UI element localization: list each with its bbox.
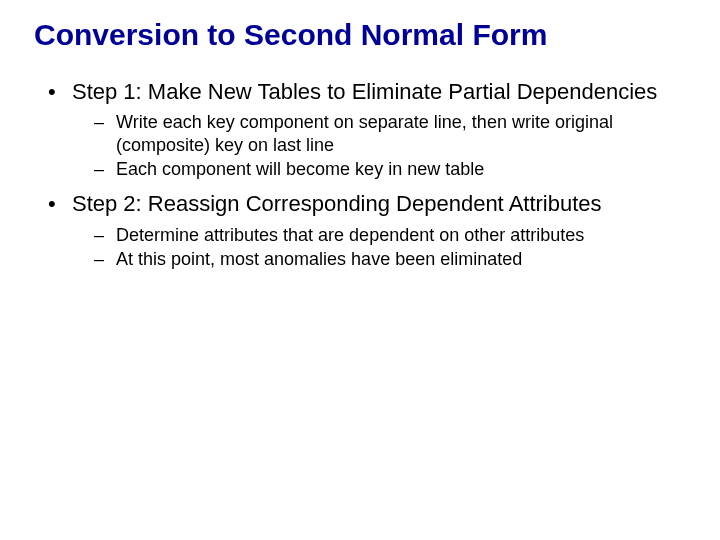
sub-list: Write each key component on separate lin… [72,111,686,181]
bullet-list: Step 1: Make New Tables to Eliminate Par… [34,79,686,271]
list-item: Each component will become key in new ta… [94,158,686,181]
sub-list: Determine attributes that are dependent … [72,224,686,271]
slide: Conversion to Second Normal Form Step 1:… [0,0,720,540]
list-item: Step 2: Reassign Corresponding Dependent… [48,191,686,271]
list-item-text: Step 2: Reassign Corresponding Dependent… [72,191,602,216]
list-item: At this point, most anomalies have been … [94,248,686,271]
list-item: Step 1: Make New Tables to Eliminate Par… [48,79,686,181]
list-item: Determine attributes that are dependent … [94,224,686,247]
list-item-text: Step 1: Make New Tables to Eliminate Par… [72,79,657,104]
list-item: Write each key component on separate lin… [94,111,686,156]
slide-title: Conversion to Second Normal Form [34,18,686,53]
